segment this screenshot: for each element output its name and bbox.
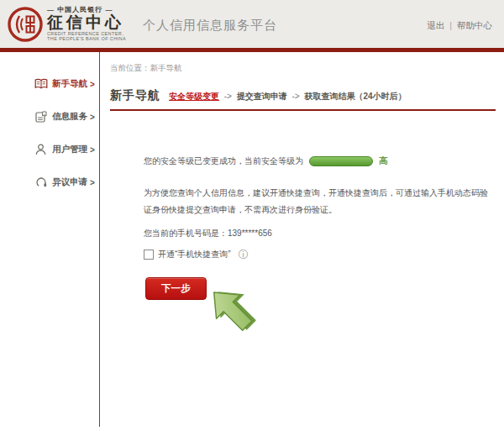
page-title-row: 新手导航 安全等级变更 -> 提交查询申请 -> 获取查询结果（24小时后） (110, 88, 496, 111)
pointer-arrow-graphic (197, 281, 258, 341)
sidebar-item-label: 异议申请 (52, 176, 87, 188)
page: — 中国人民银行 — 征信中心 CREDIT REFERENCE CENTER,… (0, 0, 504, 431)
step-submit-query: 提交查询申请 (237, 92, 287, 101)
info-icon[interactable]: ⓘ (239, 250, 249, 260)
step-security-level-change: 安全等级变更 (169, 92, 219, 101)
pboc-seal-icon (7, 6, 44, 43)
sidebar-item-info-service[interactable]: 信息服务 > (0, 107, 99, 127)
quick-query-checkbox[interactable] (144, 250, 154, 260)
sidebar-item-label: 用户管理 (52, 144, 87, 155)
sidebar-divider-line (99, 52, 100, 427)
step-separator-icon: -> (292, 92, 300, 101)
sidebar-item-newbie-guide[interactable]: 新手导航 > (0, 74, 99, 94)
security-level-bar (309, 156, 373, 166)
info-card-icon (34, 111, 48, 123)
content-body: 您的安全等级已变更成功，当前安全等级为 高 为方便您查询个人信用信息，建议开通快… (110, 155, 496, 351)
platform-title: 个人信用信息服务平台 (143, 18, 277, 34)
main-content: 当前位置：新手导航 新手导航 安全等级变更 -> 提交查询申请 -> 获取查询结… (99, 52, 504, 351)
logo-text: — 中国人民银行 — 征信中心 CREDIT REFERENCE CENTER,… (47, 7, 126, 41)
open-book-icon (34, 78, 48, 90)
step-get-result: 获取查询结果（24小时后） (304, 92, 406, 101)
chevron-right-icon: > (90, 80, 95, 89)
body: 新手导航 > 信息服务 > (0, 52, 504, 351)
quick-query-description: 为方便您查询个人信用信息，建议开通快捷查询，开通快捷查询后，可通过输入手机动态码… (144, 185, 495, 218)
sidebar: 新手导航 > 信息服务 > (0, 52, 99, 351)
user-icon (34, 144, 48, 155)
logo: — 中国人民银行 — 征信中心 CREDIT REFERENCE CENTER,… (7, 6, 126, 43)
page-title: 新手导航 (110, 88, 160, 103)
step-indicator: 安全等级变更 -> 提交查询申请 -> 获取查询结果（24小时后） (169, 91, 407, 102)
headset-icon (34, 176, 48, 188)
quick-query-option-row: 开通“手机快捷查询” ⓘ (144, 249, 496, 260)
help-center-link[interactable]: 帮助中心 (457, 20, 492, 30)
breadcrumb: 当前位置：新手导航 (110, 63, 496, 74)
chevron-right-icon: > (90, 145, 95, 155)
sidebar-item-label: 新手导航 (52, 78, 87, 90)
action-row: 下一步 (144, 274, 496, 351)
chevron-right-icon: > (90, 178, 95, 187)
bank-name: — 中国人民银行 — (47, 7, 126, 13)
security-level-status-text: 您的安全等级已变更成功，当前安全等级为 (144, 155, 303, 167)
brand-name: 征信中心 (47, 14, 126, 30)
link-divider: | (449, 20, 452, 30)
security-level-label: 高 (379, 155, 388, 167)
logout-link[interactable]: 退出 (427, 20, 444, 30)
chevron-right-icon: > (90, 113, 95, 122)
security-level-status-line: 您的安全等级已变更成功，当前安全等级为 高 (144, 155, 496, 167)
sidebar-item-user-management[interactable]: 用户管理 > (0, 139, 99, 160)
step-separator-icon: -> (224, 92, 232, 101)
sidebar-item-dispute-application[interactable]: 异议申请 > (0, 172, 99, 192)
sidebar-item-label: 信息服务 (52, 111, 87, 123)
header-links: 退出|帮助中心 (427, 20, 492, 32)
header: — 中国人民银行 — 征信中心 CREDIT REFERENCE CENTER,… (0, 0, 504, 48)
quick-query-checkbox-label[interactable]: 开通“手机快捷查询” (158, 249, 231, 260)
logo-english-line2: THE PEOPLE'S BANK OF CHINA (47, 37, 126, 42)
phone-number-line: 您当前的手机号码是：139*****656 (144, 228, 496, 239)
